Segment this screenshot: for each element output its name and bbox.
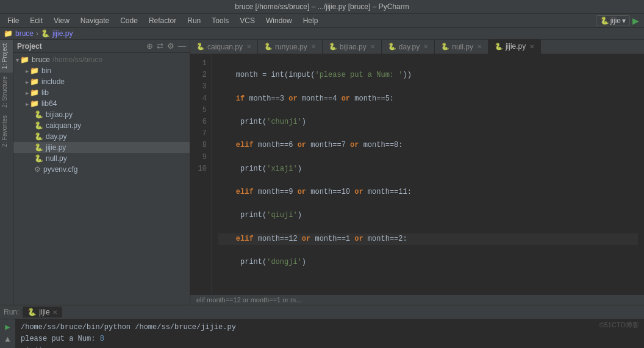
run-label: Run: <box>4 308 19 316</box>
tab-runyue[interactable]: 🐍 runyue.py ✕ <box>258 40 323 54</box>
folder-icon: 📁 <box>4 29 13 38</box>
tab-jijie[interactable]: 🐍 jijie.py ✕ <box>488 40 541 54</box>
run-output-line-3: xiaji <box>21 345 639 348</box>
menu-edit[interactable]: Edit <box>25 15 48 26</box>
run-rerun-button[interactable]: ▶ <box>2 322 13 332</box>
menu-view[interactable]: View <box>49 15 74 26</box>
run-tab-icon: 🐍 <box>27 308 37 316</box>
tab-caiquan[interactable]: 🐍 caiquan.py ✕ <box>190 40 258 54</box>
tab-icon-runyue: 🐍 <box>264 43 273 51</box>
main-layout: 1: Project 2: Structure 2: Favorites Pro… <box>0 40 644 305</box>
tab-close-day[interactable]: ✕ <box>423 43 428 50</box>
tree-label-jijie: jijie.py <box>46 143 66 152</box>
cfgfile-icon-pyvenv: ⚙ <box>34 165 41 174</box>
tab-close-null[interactable]: ✕ <box>477 43 482 50</box>
menu-window[interactable]: Window <box>261 15 297 26</box>
tab-close-jijie[interactable]: ✕ <box>529 43 534 50</box>
editor-area: 🐍 caiquan.py ✕ 🐍 runyue.py ✕ 🐍 bijiao.py… <box>190 40 644 305</box>
tree-item-day[interactable]: 🐍 day.py <box>13 131 190 142</box>
tab-null[interactable]: 🐍 null.py ✕ <box>435 40 488 54</box>
tree-root[interactable]: ▾ 📁 bruce /home/ss/bruce <box>13 54 190 65</box>
folder-icon-lib: 📁 <box>30 88 39 97</box>
pyfile-icon-day: 🐍 <box>34 132 43 141</box>
run-tab-close[interactable]: ✕ <box>52 309 57 316</box>
tree-item-null[interactable]: 🐍 null.py <box>13 153 190 164</box>
run-toolbar: ▶ ▲ ▼ ■ ↩ 📌 » <box>0 319 16 348</box>
tree-item-pyvenv[interactable]: ⚙ pyvenv.cfg <box>13 164 190 175</box>
breadcrumb-bar: 📁 bruce › 🐍 jijie.py <box>0 28 644 40</box>
code-editor: 1 2 3 4 5 6 7 8 9 10 month = int(input('… <box>190 54 644 294</box>
menu-vcs[interactable]: VCS <box>235 15 260 26</box>
menu-code[interactable]: Code <box>115 15 143 26</box>
tab-label-null: null.py <box>452 43 473 51</box>
tree-arrow-include: ▸ <box>26 79 29 85</box>
sidebar-strip-favorites[interactable]: 2: Favorites <box>0 112 13 151</box>
tree-label-bijiao: bijiao.py <box>46 110 73 119</box>
breadcrumb-sep: › <box>36 29 38 38</box>
tree-root-path: /home/ss/bruce <box>52 55 102 64</box>
tree-item-caiquan[interactable]: 🐍 caiquan.py <box>13 120 190 131</box>
pyfile-icon-jijie: 🐍 <box>34 143 43 152</box>
run-config-button[interactable]: 🐍 jijie ▾ <box>596 15 630 26</box>
run-tab-label: jijie <box>39 308 49 316</box>
tree-label-lib64: lib64 <box>41 99 57 108</box>
menu-run[interactable]: Run <box>182 15 206 26</box>
tree-label-pyvenv: pyvenv.cfg <box>43 165 77 174</box>
tab-icon-bijiao: 🐍 <box>329 43 337 51</box>
breadcrumb-bruce[interactable]: bruce <box>15 29 34 38</box>
title-text: bruce [/home/ss/bruce] – .../jijie.py [b… <box>235 2 409 11</box>
tab-icon-null: 🐍 <box>441 43 449 51</box>
run-config-dropdown-icon: ▾ <box>622 16 626 25</box>
tree-item-bijiao[interactable]: 🐍 bijiao.py <box>13 109 190 120</box>
menu-navigate[interactable]: Navigate <box>76 15 114 26</box>
run-output-line-2: please put a Num: 8 <box>21 333 639 345</box>
settings-icon[interactable]: ⚙ <box>167 41 174 51</box>
run-tab-jijie[interactable]: 🐍 jijie ✕ <box>23 307 62 318</box>
menu-refactor[interactable]: Refactor <box>144 15 181 26</box>
tab-close-caiquan[interactable]: ✕ <box>246 43 251 50</box>
menu-help[interactable]: Help <box>298 15 323 26</box>
tree-arrow-root: ▾ <box>16 57 19 63</box>
project-panel-title: Project <box>17 42 143 51</box>
code-line-2: if month==3 or month==4 or month==5: <box>218 93 638 105</box>
code-line-8: elif month==12 or month==1 or month==2: <box>218 233 638 245</box>
layout-icon[interactable]: ⇄ <box>157 41 163 51</box>
tree-item-lib[interactable]: ▸ 📁 lib <box>13 87 190 98</box>
tree-item-lib64[interactable]: ▸ 📁 lib64 <box>13 98 190 109</box>
tab-day[interactable]: 🐍 day.py ✕ <box>382 40 435 54</box>
tree-item-bin[interactable]: ▸ 📁 bin <box>13 65 190 76</box>
tab-label-caiquan: caiquan.py <box>207 43 243 51</box>
pyfile-icon-null: 🐍 <box>34 154 43 163</box>
run-scroll-up-button[interactable]: ▲ <box>2 335 13 344</box>
folder-icon-include: 📁 <box>30 77 39 86</box>
folder-icon-root: 📁 <box>20 55 29 64</box>
minimize-icon[interactable]: — <box>178 41 186 51</box>
tab-icon-caiquan: 🐍 <box>196 43 205 51</box>
run-play-button[interactable]: ▶ <box>632 16 639 26</box>
tab-close-bijiao[interactable]: ✕ <box>370 43 375 50</box>
code-content[interactable]: month = int(input('please put a Num: '))… <box>212 54 644 294</box>
sidebar-strip-structure[interactable]: 2: Structure <box>0 73 13 112</box>
tab-close-runyue[interactable]: ✕ <box>311 43 316 50</box>
sidebar-strip-project[interactable]: 1: Project <box>0 40 13 73</box>
tab-bijiao[interactable]: 🐍 bijiao.py ✕ <box>323 40 382 54</box>
run-content: ▶ ▲ ▼ ■ ↩ 📌 » /home/ss/bruce/bin/python … <box>0 319 644 348</box>
run-output: /home/ss/bruce/bin/python /home/ss/bruce… <box>16 319 644 348</box>
folder-icon-bin: 📁 <box>30 66 39 75</box>
top-right-controls: 🐍 jijie ▾ ▶ <box>596 15 642 26</box>
tree-item-include[interactable]: ▸ 📁 include <box>13 76 190 87</box>
tree-item-jijie[interactable]: 🐍 jijie.py <box>13 142 190 153</box>
pyfile-icon-bijiao: 🐍 <box>34 110 43 119</box>
add-icon[interactable]: ⊕ <box>146 41 153 51</box>
tree-arrow-lib: ▸ <box>26 90 29 96</box>
menu-tools[interactable]: Tools <box>207 15 234 26</box>
run-panel: Run: 🐍 jijie ✕ ▶ ▲ ▼ ■ ↩ 📌 » /home/ss/br… <box>0 305 644 348</box>
code-line-9: print('dongji') <box>218 257 638 268</box>
editor-tabs-bar: 🐍 caiquan.py ✕ 🐍 runyue.py ✕ 🐍 bijiao.py… <box>190 40 644 54</box>
tree-root-label: bruce <box>32 55 50 64</box>
menu-file[interactable]: File <box>2 15 24 26</box>
tab-label-bijiao: bijiao.py <box>340 43 367 51</box>
tab-label-runyue: runyue.py <box>275 43 307 51</box>
breadcrumb-jijie[interactable]: jijie.py <box>52 29 73 38</box>
pyfile-icon-caiquan: 🐍 <box>34 121 43 130</box>
